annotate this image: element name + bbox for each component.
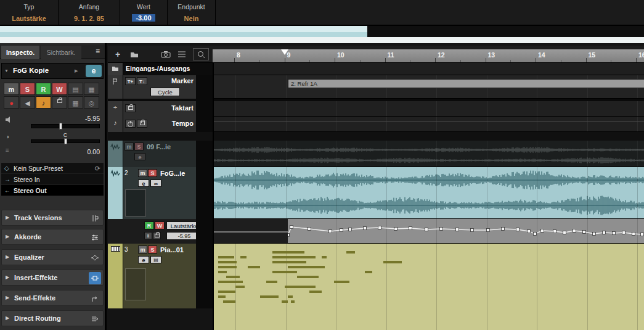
- lock-button[interactable]: [52, 96, 67, 109]
- monitor-button[interactable]: ◀: [20, 96, 35, 109]
- io-channels-header-row[interactable]: Eingangs-/Ausgangs: [108, 63, 213, 75]
- tempo-activate-button[interactable]: [125, 120, 136, 128]
- midi-note[interactable]: [240, 256, 247, 258]
- pan-slider-handle[interactable]: [64, 138, 67, 144]
- track-delay-value[interactable]: 0.00: [88, 148, 100, 155]
- midi-note[interactable]: [346, 251, 355, 254]
- midi-note[interactable]: [272, 256, 316, 258]
- automation-lane[interactable]: [214, 219, 644, 244]
- midi-note[interactable]: [248, 266, 260, 268]
- audio-event-muted[interactable]: [214, 141, 644, 167]
- freeze-button[interactable]: ◎: [84, 96, 99, 109]
- read-automation-button[interactable]: R: [36, 83, 51, 95]
- midi-note[interactable]: [282, 300, 288, 303]
- midi-note[interactable]: [218, 271, 227, 273]
- track-preset-row[interactable]: ◇ Kein Spur-Preset ⟳: [1, 163, 104, 174]
- tempo-track-name[interactable]: Tempo: [172, 120, 194, 127]
- grid2-icon-button[interactable]: ▦: [68, 96, 83, 109]
- tempo-track-row[interactable]: ♪ Tempo: [108, 117, 213, 132]
- midi-note[interactable]: [218, 291, 235, 293]
- project-overview[interactable]: [0, 26, 644, 43]
- solo-button[interactable]: S: [148, 169, 157, 177]
- track-name[interactable]: Pia...01: [160, 246, 184, 254]
- marker-event[interactable]: 2: Refr 1A: [288, 79, 644, 88]
- lanes-icon-button[interactable]: ▤: [68, 83, 83, 95]
- cycle-button[interactable]: Cycle: [150, 88, 180, 96]
- inspector-track-name[interactable]: FoG Kopie: [13, 67, 49, 74]
- solo-button[interactable]: S: [148, 245, 157, 254]
- playhead-cursor[interactable]: [281, 49, 288, 55]
- midi-note[interactable]: [365, 271, 372, 273]
- mute-button[interactable]: m: [4, 83, 19, 95]
- write-automation-button[interactable]: W: [155, 221, 165, 229]
- event-list-button[interactable]: [174, 49, 189, 60]
- midi-note[interactable]: [266, 281, 277, 283]
- time-signature-track-row[interactable]: ÷ Taktart: [108, 101, 213, 117]
- solo-button[interactable]: S: [20, 83, 35, 95]
- marker-track-name[interactable]: Marker: [171, 77, 194, 85]
- keyboard-button[interactable]: ▤: [150, 256, 161, 263]
- jump-marker-button[interactable]: T↓: [137, 77, 147, 85]
- mute-button[interactable]: m: [138, 169, 147, 177]
- info-value-selected[interactable]: -3.00: [132, 14, 155, 22]
- camera-button[interactable]: [158, 49, 173, 60]
- midi-note[interactable]: [334, 281, 349, 283]
- section-send-effects[interactable]: ▶ Send-Effekte: [1, 290, 104, 306]
- tempo-lock-button[interactable]: [137, 120, 147, 128]
- ruler[interactable]: 8910111213141516: [213, 46, 644, 63]
- tempo-curve[interactable]: [214, 121, 644, 122]
- grid-icon-button[interactable]: ▦: [84, 83, 99, 95]
- inspector-menu-icon[interactable]: ≡: [96, 47, 100, 56]
- track-edit-button[interactable]: e: [86, 65, 102, 77]
- taktart-track-name[interactable]: Taktart: [171, 104, 194, 112]
- write-automation-button[interactable]: W: [52, 83, 67, 95]
- track-name[interactable]: 09 F...ie: [147, 143, 171, 151]
- tab-inspector[interactable]: Inspecto.: [1, 46, 39, 59]
- track-versions-icon[interactable]: [89, 212, 101, 225]
- midi-note[interactable]: [218, 281, 243, 283]
- solo-button[interactable]: S: [134, 142, 144, 151]
- info-value[interactable]: Nein: [168, 15, 215, 22]
- edit-channel-button[interactable]: e: [134, 153, 145, 160]
- midi-note[interactable]: [218, 261, 237, 263]
- time-signature-lane[interactable]: [214, 101, 644, 117]
- volume-value[interactable]: -5.95: [85, 115, 100, 122]
- collapse-arrow-icon[interactable]: ▼: [4, 68, 9, 73]
- mute-button[interactable]: m: [138, 245, 147, 254]
- add-marker-button[interactable]: T+: [125, 77, 136, 85]
- read-automation-button[interactable]: R: [144, 221, 154, 229]
- equalizer-icon[interactable]: [89, 252, 101, 264]
- tempo-lane[interactable]: [214, 117, 644, 132]
- audio-track-row-fog[interactable]: 2 m S FoG...ie e ∞: [108, 167, 213, 219]
- pan-slider[interactable]: [31, 139, 100, 143]
- musical-mode-button[interactable]: ♪: [36, 96, 51, 109]
- tab-visibility[interactable]: Sichtbark.: [41, 46, 81, 59]
- edit-channel-button[interactable]: e: [138, 256, 149, 263]
- taktart-lock-button[interactable]: [125, 104, 136, 112]
- info-value[interactable]: 9. 1. 2. 85: [59, 15, 120, 22]
- section-chords[interactable]: ▶ Akkorde: [1, 229, 104, 245]
- midi-note[interactable]: [288, 295, 293, 298]
- insert-effects-icon[interactable]: [89, 272, 101, 284]
- midi-track-row[interactable]: 3 m S Pia...01 e ▤: [108, 244, 213, 330]
- arrangement-area[interactable]: 2: Refr 1A: [213, 63, 644, 330]
- midi-note[interactable]: [260, 295, 279, 298]
- section-direct-routing[interactable]: ▶ Direct Routing: [1, 310, 104, 326]
- stereo-button[interactable]: ∞: [150, 179, 161, 187]
- midi-note[interactable]: [218, 295, 226, 298]
- automation-lane-row[interactable]: R W Lautstärke ‖ -5.95: [108, 219, 213, 244]
- add-folder-button[interactable]: [126, 49, 142, 60]
- midi-note[interactable]: [223, 300, 235, 303]
- midi-note[interactable]: [322, 256, 327, 258]
- midi-note[interactable]: [218, 256, 234, 258]
- chords-icon[interactable]: [89, 231, 101, 244]
- midi-note[interactable]: [297, 276, 319, 278]
- output-routing-row[interactable]: ← Stereo Out: [1, 185, 104, 196]
- send-effects-icon[interactable]: [89, 292, 101, 305]
- midi-note[interactable]: [272, 271, 297, 273]
- input-routing-row[interactable]: → Stereo In: [1, 174, 104, 185]
- audio-track-row-muted[interactable]: m S 09 F...ie e: [108, 141, 213, 167]
- midi-note[interactable]: [309, 291, 322, 293]
- info-value[interactable]: Lautstärke: [0, 15, 58, 22]
- midi-note[interactable]: [285, 286, 316, 288]
